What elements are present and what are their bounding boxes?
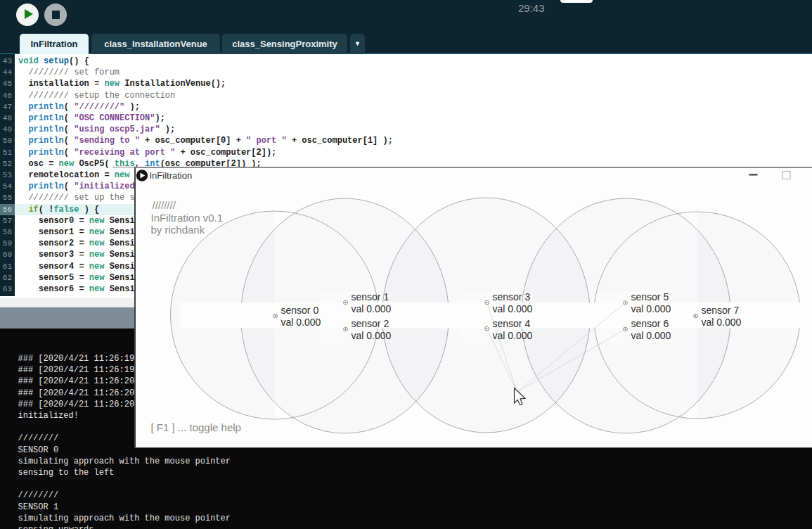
svg-text:val 0.000: val 0.000 [281,317,321,328]
svg-text:////////: //////// [152,199,176,211]
svg-text:val 0.000: val 0.000 [631,303,671,314]
svg-text:val 0.000: val 0.000 [351,303,391,314]
svg-text:InFiltration: InFiltration [149,170,192,181]
svg-text:val 0.000: val 0.000 [351,330,391,341]
svg-text:InFiltration v0.1: InFiltration v0.1 [150,212,223,224]
svg-text:sensor 6: sensor 6 [631,318,669,329]
svg-text:val 0.000: val 0.000 [631,330,671,341]
svg-text:sensor 0: sensor 0 [281,305,318,316]
svg-text:[ F1 ] ... toggle help: [ F1 ] ... toggle help [150,421,240,433]
svg-text:val 0.000: val 0.000 [701,317,741,328]
svg-text:sensor 1: sensor 1 [351,291,389,302]
svg-text:sensor 5: sensor 5 [631,291,669,302]
svg-text:val 0.000: val 0.000 [492,303,532,314]
svg-text:sensor 4: sensor 4 [492,318,530,329]
svg-text:by richdank: by richdank [150,224,205,236]
svg-text:sensor 2: sensor 2 [351,318,389,329]
svg-text:sensor 3: sensor 3 [492,291,530,302]
svg-text:sensor 7: sensor 7 [701,305,739,316]
svg-text:val 0.000: val 0.000 [492,330,532,341]
